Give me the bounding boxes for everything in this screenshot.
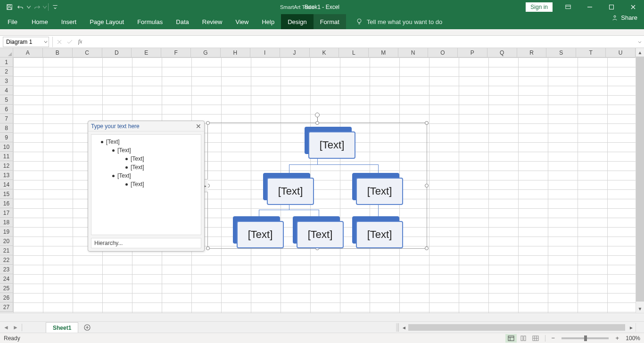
row-header[interactable]: 27 bbox=[0, 302, 13, 312]
resize-handle[interactable] bbox=[425, 246, 429, 250]
column-header[interactable]: M bbox=[369, 48, 398, 57]
rotation-handle[interactable] bbox=[315, 113, 320, 117]
scroll-left-icon[interactable]: ◄ bbox=[400, 325, 408, 330]
column-header[interactable]: K bbox=[310, 48, 339, 57]
row-header[interactable]: 1 bbox=[0, 57, 13, 67]
redo-icon[interactable] bbox=[31, 1, 42, 13]
item-text[interactable]: [Text] bbox=[131, 155, 144, 162]
item-text[interactable]: [Text] bbox=[117, 172, 131, 179]
sheet-tab-active[interactable]: Sheet1 bbox=[46, 322, 78, 334]
row-header[interactable]: 24 bbox=[0, 274, 13, 284]
row-header[interactable]: 26 bbox=[0, 293, 13, 302]
row-header[interactable]: 2 bbox=[0, 67, 13, 76]
zoom-level[interactable]: 100% bbox=[626, 335, 640, 342]
column-header[interactable]: S bbox=[546, 48, 576, 57]
smartart-object-frame[interactable]: ▶ [Text] [Text] [Text] [Text] [Te bbox=[207, 122, 427, 249]
text-pane-item[interactable]: [Text] bbox=[93, 155, 199, 163]
node-text[interactable]: [Text] bbox=[267, 178, 314, 205]
tab-view[interactable]: View bbox=[229, 14, 255, 29]
column-header[interactable]: I bbox=[250, 48, 280, 57]
column-header[interactable]: F bbox=[161, 48, 191, 57]
column-header[interactable]: D bbox=[102, 48, 132, 57]
qat-customize-icon[interactable] bbox=[50, 1, 61, 13]
node-text[interactable]: [Text] bbox=[356, 221, 403, 248]
column-header[interactable]: C bbox=[73, 48, 102, 57]
tab-help[interactable]: Help bbox=[255, 14, 281, 29]
node-text[interactable]: [Text] bbox=[237, 221, 284, 248]
row-header[interactable]: 16 bbox=[0, 199, 13, 208]
tab-formulas[interactable]: Formulas bbox=[131, 14, 169, 29]
row-header[interactable]: 11 bbox=[0, 152, 13, 161]
enter-formula-icon[interactable] bbox=[65, 37, 75, 47]
redo-dropdown-icon[interactable] bbox=[42, 1, 47, 13]
text-pane-item[interactable]: [Text] bbox=[93, 172, 199, 180]
undo-dropdown-icon[interactable] bbox=[26, 1, 31, 13]
column-header[interactable]: N bbox=[398, 48, 428, 57]
insert-function-icon[interactable]: fx bbox=[75, 38, 85, 45]
row-header[interactable]: 17 bbox=[0, 208, 13, 218]
node-text[interactable]: [Text] bbox=[297, 221, 344, 248]
prev-sheet-icon[interactable]: ◄ bbox=[3, 324, 9, 331]
row-header[interactable]: 14 bbox=[0, 180, 13, 189]
column-header[interactable]: G bbox=[191, 48, 221, 57]
column-header[interactable]: U bbox=[606, 48, 636, 57]
node-text[interactable]: [Text] bbox=[308, 131, 355, 159]
smartart-text-pane[interactable]: Type your text here ✕ [Text] [Text] [Tex… bbox=[88, 121, 205, 252]
hierarchy-node[interactable]: [Text] bbox=[352, 216, 399, 244]
resize-handle[interactable] bbox=[315, 121, 319, 125]
tab-review[interactable]: Review bbox=[196, 14, 229, 29]
column-header[interactable]: A bbox=[13, 48, 43, 57]
formula-input[interactable] bbox=[85, 37, 636, 47]
column-header[interactable]: P bbox=[458, 48, 487, 57]
row-header[interactable]: 25 bbox=[0, 284, 13, 293]
text-pane-title-bar[interactable]: Type your text here ✕ bbox=[88, 121, 204, 131]
scroll-right-icon[interactable]: ► bbox=[627, 325, 636, 330]
tab-file[interactable]: File bbox=[0, 14, 25, 29]
page-break-view-icon[interactable] bbox=[530, 334, 541, 343]
text-pane-item[interactable]: [Text] bbox=[93, 138, 199, 146]
scroll-up-icon[interactable]: ▲ bbox=[636, 48, 644, 57]
minimize-icon[interactable] bbox=[579, 0, 601, 14]
hierarchy-node[interactable]: [Text] bbox=[233, 216, 280, 244]
hscroll-thumb[interactable] bbox=[408, 324, 625, 331]
row-header[interactable]: 18 bbox=[0, 218, 13, 227]
row-header[interactable]: 4 bbox=[0, 86, 13, 95]
item-text[interactable]: [Text] bbox=[131, 164, 144, 171]
node-text[interactable]: [Text] bbox=[356, 178, 403, 205]
scroll-down-icon[interactable]: ▼ bbox=[636, 304, 644, 313]
ribbon-display-options-icon[interactable] bbox=[557, 0, 579, 14]
text-pane-item[interactable]: [Text] bbox=[93, 163, 199, 172]
tell-me-search[interactable]: Tell me what you want to do bbox=[355, 14, 442, 29]
row-header[interactable]: 6 bbox=[0, 105, 13, 114]
row-header[interactable]: 13 bbox=[0, 171, 13, 180]
hscroll-splitter[interactable] bbox=[396, 323, 399, 332]
vertical-scrollbar[interactable]: ▲ ▼ bbox=[636, 48, 644, 313]
row-header[interactable]: 8 bbox=[0, 123, 13, 133]
zoom-slider-thumb[interactable] bbox=[584, 335, 587, 341]
row-header[interactable]: 5 bbox=[0, 95, 13, 105]
row-header[interactable]: 3 bbox=[0, 76, 13, 86]
item-text[interactable]: [Text] bbox=[106, 139, 120, 145]
tab-insert[interactable]: Insert bbox=[55, 14, 83, 29]
undo-icon[interactable] bbox=[15, 1, 26, 13]
row-header[interactable]: 7 bbox=[0, 114, 13, 123]
text-pane-item[interactable]: [Text] bbox=[93, 146, 199, 155]
sign-in-button[interactable]: Sign in bbox=[526, 2, 553, 12]
text-pane-item[interactable]: [Text] bbox=[93, 180, 199, 188]
sheet-nav-arrows[interactable]: ◄ ► bbox=[0, 324, 22, 331]
tab-page-layout[interactable]: Page Layout bbox=[83, 14, 131, 29]
tab-home[interactable]: Home bbox=[25, 14, 55, 29]
column-header[interactable]: T bbox=[576, 48, 606, 57]
tab-format[interactable]: Format bbox=[314, 14, 346, 29]
row-header[interactable]: 19 bbox=[0, 227, 13, 237]
close-icon[interactable] bbox=[622, 0, 644, 14]
item-text[interactable]: [Text] bbox=[131, 181, 144, 188]
row-header[interactable]: 21 bbox=[0, 246, 13, 255]
zoom-slider[interactable] bbox=[561, 337, 609, 339]
row-header[interactable]: 9 bbox=[0, 133, 13, 142]
column-header[interactable]: B bbox=[43, 48, 73, 57]
resize-handle[interactable] bbox=[425, 184, 429, 188]
cancel-formula-icon[interactable] bbox=[54, 37, 65, 47]
hscroll-track[interactable] bbox=[408, 324, 627, 331]
normal-view-icon[interactable] bbox=[505, 334, 517, 343]
